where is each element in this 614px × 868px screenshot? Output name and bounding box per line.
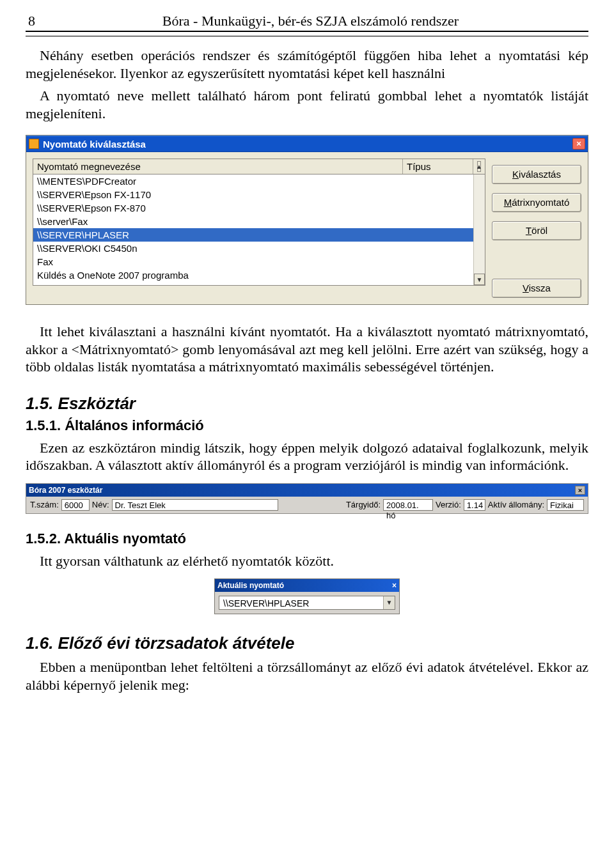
current-printer-dialog: Aktuális nyomtató × \\SERVER\HPLASER ▼: [214, 578, 400, 614]
app-icon: [29, 139, 39, 149]
heading-1-6: 1.6. Előző évi törzsadatok átvétele: [26, 633, 588, 653]
field-nev[interactable]: Dr. Teszt Elek: [112, 499, 278, 511]
printer-list-header: Nyomtató megnevezése Típus ▲: [33, 159, 485, 174]
current-printer-combo[interactable]: \\SERVER\HPLASER ▼: [219, 596, 395, 610]
close-icon[interactable]: ×: [575, 486, 585, 495]
field-aktiv-allomany[interactable]: Fizikai: [547, 499, 584, 511]
header-rule-thick: [26, 31, 588, 32]
paragraph-matrix: Itt lehet kiválasztani a használni kíván…: [26, 323, 588, 376]
printer-select-dialog: Nyomtató kiválasztása × Nyomtató megneve…: [26, 135, 588, 305]
paragraph-intro: Néhány esetben operációs rendszer és szá…: [26, 47, 588, 82]
heading-1-5: 1.5. Eszköztár: [26, 394, 588, 414]
col-header-type[interactable]: Típus: [403, 159, 473, 174]
list-row[interactable]: \\MENTES\PDFCreator: [33, 174, 485, 188]
list-row[interactable]: Fax: [33, 255, 485, 268]
current-printer-titlebar[interactable]: Aktuális nyomtató ×: [215, 579, 399, 592]
col-header-scroll: ▲: [473, 159, 485, 174]
list-row[interactable]: \\server\Fax: [33, 215, 485, 228]
list-row[interactable]: \\SERVER\OKI C5450n: [33, 242, 485, 255]
list-row-selected[interactable]: \\SERVER\HPLASER: [33, 228, 485, 242]
back-button[interactable]: Vissza: [492, 279, 581, 298]
dialog-title: Nyomtató kiválasztása: [43, 139, 146, 150]
col-header-name[interactable]: Nyomtató megnevezése: [33, 159, 403, 174]
toolbar-titlebar[interactable]: Bóra 2007 eszköztár ×: [26, 484, 588, 497]
select-button[interactable]: Kiválasztás: [492, 165, 581, 184]
close-icon[interactable]: ×: [392, 581, 397, 590]
list-row[interactable]: Küldés a OneNote 2007 programba: [33, 268, 485, 282]
label-aktiv-allomany: Aktív állomány:: [488, 500, 544, 509]
current-printer-title: Aktuális nyomtató: [217, 581, 284, 590]
paragraph-toolbar-info: Ezen az eszköztáron mindig látszik, hogy…: [26, 439, 588, 474]
close-icon[interactable]: ×: [572, 138, 585, 150]
label-nev: Név:: [92, 500, 109, 509]
field-tszam[interactable]: 6000: [61, 499, 90, 511]
scroll-down-icon[interactable]: ▼: [474, 274, 485, 285]
paragraph-previous-year: Ebben a menüpontban lehet feltölteni a t…: [26, 658, 588, 694]
header-rule-thin: [26, 36, 588, 36]
page-number: 8: [28, 13, 35, 29]
delete-button[interactable]: Töröl: [492, 221, 581, 240]
header-title: Bóra - Munkaügyi-, bér-és SZJA elszámoló…: [35, 13, 586, 29]
scroll-up-icon[interactable]: ▲: [477, 161, 481, 172]
chevron-down-icon[interactable]: ▼: [383, 596, 395, 609]
field-targyido[interactable]: 2008.01. hó: [383, 499, 433, 511]
printer-list: Nyomtató megnevezése Típus ▲ \\MENTES\PD…: [33, 159, 485, 298]
list-row[interactable]: \\SERVER\Epson FX-870: [33, 201, 485, 215]
paragraph-threedots: A nyomtató neve mellett található három …: [26, 87, 588, 122]
dialog-titlebar[interactable]: Nyomtató kiválasztása ×: [26, 136, 588, 152]
heading-1-5-2: 1.5.2. Aktuális nyomtató: [26, 531, 588, 547]
label-verzio: Verzió:: [436, 500, 461, 509]
label-targyido: Tárgyidő:: [346, 500, 381, 509]
toolbar-title: Bóra 2007 eszköztár: [29, 486, 102, 495]
scrollbar[interactable]: ▼: [473, 174, 485, 285]
heading-1-5-1: 1.5.1. Általános információ: [26, 417, 588, 434]
label-tszam: T.szám:: [30, 500, 59, 509]
matrix-printer-button[interactable]: Mátrixnyomtató: [492, 193, 581, 212]
field-verzio[interactable]: 1.14: [464, 499, 485, 511]
toolbar-dialog: Bóra 2007 eszköztár × T.szám: 6000 Név: …: [26, 483, 588, 514]
current-printer-value: \\SERVER\HPLASER: [219, 596, 383, 609]
list-row[interactable]: \\SERVER\Epson FX-1170: [33, 188, 485, 201]
paragraph-current-printer: Itt gyorsan válthatunk az elérhető nyomt…: [26, 552, 588, 570]
